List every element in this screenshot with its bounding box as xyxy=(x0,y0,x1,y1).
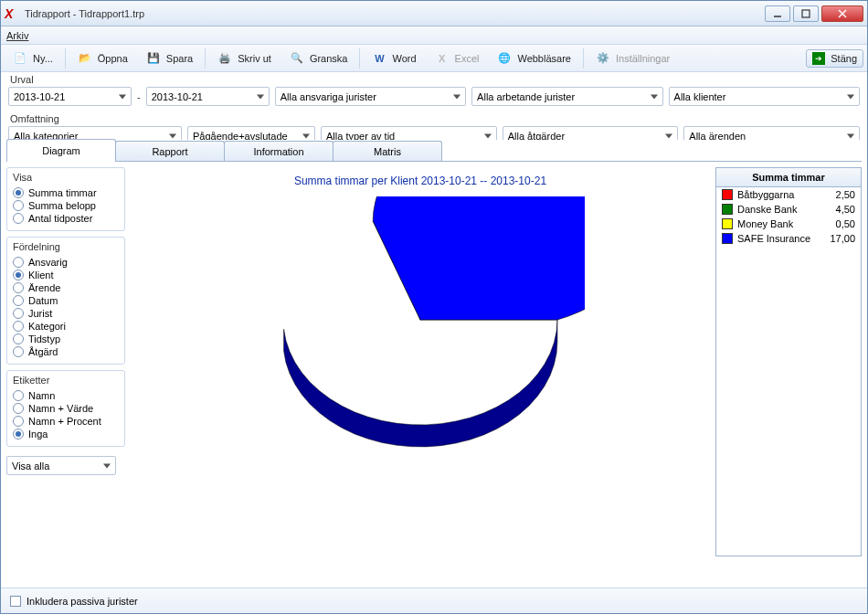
save-icon: 💾 xyxy=(146,51,161,66)
radio-jurist[interactable]: Jurist xyxy=(13,307,119,320)
new-button[interactable]: 📄Ny... xyxy=(5,48,61,69)
inkludera-checkbox[interactable] xyxy=(10,596,21,607)
radio-label: Namn xyxy=(28,390,55,401)
app-window: X Tidrapport - Tidrapport1.trp Arkiv 📄Ny… xyxy=(0,0,868,614)
legend-label: Money Bank xyxy=(737,218,793,229)
radio-namn-varde[interactable]: Namn + Värde xyxy=(13,402,119,415)
legend-value: 2,50 xyxy=(836,189,855,200)
radio-label: Tidstyp xyxy=(28,333,60,344)
legend-swatch xyxy=(722,233,733,244)
radio-antal-tidposter[interactable]: Antal tidposter xyxy=(13,212,119,225)
tab-bar: Diagram Rapport Information Matris xyxy=(6,140,862,162)
ansvariga-value: Alla ansvariga jurister xyxy=(281,91,376,102)
legend-row: Danske Bank 4,50 xyxy=(716,202,861,217)
minimize-button[interactable] xyxy=(765,5,790,22)
radio-arende[interactable]: Ärende xyxy=(13,281,119,294)
radio-ansvarig[interactable]: Ansvarig xyxy=(13,256,119,269)
klienter-value: Alla klienter xyxy=(674,91,726,102)
new-label: Ny... xyxy=(33,53,53,64)
word-button[interactable]: WWord xyxy=(364,48,424,69)
radio-kategori[interactable]: Kategori xyxy=(13,320,119,333)
browser-label: Webbläsare xyxy=(517,53,571,64)
window-close-button[interactable] xyxy=(821,5,863,22)
radio-label: Namn + Procent xyxy=(28,416,101,427)
legend-row: Båtbyggarna 2,50 xyxy=(716,187,861,202)
legend-swatch xyxy=(722,189,733,200)
settings-button[interactable]: ⚙️Inställningar xyxy=(587,48,678,69)
radio-summa-timmar[interactable]: Summa timmar xyxy=(13,186,119,199)
excel-label: Excel xyxy=(455,53,480,64)
klienter-combo[interactable]: Alla klienter xyxy=(669,87,860,106)
fordelning-group: Fördelning Ansvarig Klient Ärende Datum … xyxy=(6,237,125,365)
open-button[interactable]: 📂Öppna xyxy=(69,48,136,69)
date-to-picker[interactable]: 2013-10-21 xyxy=(146,87,270,106)
title-bar: X Tidrapport - Tidrapport1.trp xyxy=(1,1,867,26)
print-button[interactable]: 🖨️Skriv ut xyxy=(209,48,280,69)
arbetande-combo[interactable]: Alla arbetande jurister xyxy=(471,87,662,106)
menu-arkiv[interactable]: Arkiv xyxy=(6,30,28,41)
radio-label: Inga xyxy=(28,429,48,439)
radio-label: Ansvarig xyxy=(28,257,68,268)
visa-group: Visa Summa timmar Summa belopp Antal tid… xyxy=(6,167,125,231)
arbetande-value: Alla arbetande jurister xyxy=(477,91,575,102)
menu-bar: Arkiv xyxy=(1,26,867,45)
legend-panel: Summa timmar Båtbyggarna 2,50 Danske Ban… xyxy=(715,167,862,556)
radio-icon xyxy=(13,416,24,427)
separator xyxy=(583,48,584,69)
radio-inga[interactable]: Inga xyxy=(13,428,119,440)
ansvariga-combo[interactable]: Alla ansvariga jurister xyxy=(275,87,466,106)
left-panel: Visa Summa timmar Summa belopp Antal tid… xyxy=(6,167,125,556)
legend-value: 17,00 xyxy=(830,233,855,244)
radio-namn[interactable]: Namn xyxy=(13,389,119,402)
radio-icon xyxy=(13,213,24,224)
tab-diagram[interactable]: Diagram xyxy=(6,139,116,161)
excel-icon: X xyxy=(435,51,450,66)
radio-icon xyxy=(13,308,24,319)
radio-icon xyxy=(13,187,24,198)
date-separator: - xyxy=(137,91,141,102)
urval-row: 2013-10-21 - 2013-10-21 Alla ansvariga j… xyxy=(1,85,867,111)
radio-icon xyxy=(13,270,24,281)
tab-matris[interactable]: Matris xyxy=(333,141,442,161)
radio-tidstyp[interactable]: Tidstyp xyxy=(13,333,119,345)
preview-button[interactable]: 🔍Granska xyxy=(281,48,356,69)
visa-title: Visa xyxy=(13,172,119,183)
radio-summa-belopp[interactable]: Summa belopp xyxy=(13,199,119,212)
date-from-picker[interactable]: 2013-10-21 xyxy=(8,87,132,106)
radio-datum[interactable]: Datum xyxy=(13,294,119,307)
inkludera-label: Inkludera passiva jurister xyxy=(26,596,138,607)
legend-swatch xyxy=(722,218,733,229)
close-label: Stäng xyxy=(831,53,857,64)
radio-label: Summa belopp xyxy=(28,200,96,211)
preview-icon: 🔍 xyxy=(290,51,304,66)
radio-klient[interactable]: Klient xyxy=(13,269,119,281)
legend-row: SAFE Insurance 17,00 xyxy=(716,231,861,246)
browser-button[interactable]: 🌐Webbläsare xyxy=(489,48,579,69)
word-icon: W xyxy=(372,51,386,66)
preview-label: Granska xyxy=(310,53,348,64)
open-icon: 📂 xyxy=(78,51,92,66)
legend-value: 4,50 xyxy=(836,204,855,215)
legend-label: Danske Bank xyxy=(737,204,797,215)
tab-information[interactable]: Information xyxy=(224,141,333,161)
radio-label: Antal tidposter xyxy=(28,213,92,224)
excel-button[interactable]: XExcel xyxy=(427,48,488,69)
pie-chart xyxy=(256,196,585,461)
close-button[interactable]: ➔Stäng xyxy=(806,49,863,68)
radio-atgard[interactable]: Åtgärd xyxy=(13,345,119,358)
radio-namn-procent[interactable]: Namn + Procent xyxy=(13,415,119,428)
visa-alla-combo[interactable]: Visa alla xyxy=(6,456,116,475)
footer: Inkludera passiva jurister xyxy=(1,588,867,613)
radio-icon xyxy=(13,257,24,268)
radio-label: Kategori xyxy=(28,321,66,332)
legend-row: Money Bank 0,50 xyxy=(716,217,861,231)
chart-area: Summa timmar per Klient 2013-10-21 -- 20… xyxy=(131,167,710,556)
maximize-button[interactable] xyxy=(793,5,819,22)
print-label: Skriv ut xyxy=(238,53,271,64)
content-area: Diagram Rapport Information Matris Visa … xyxy=(1,140,867,586)
radio-icon xyxy=(13,333,24,344)
radio-label: Ärende xyxy=(28,282,60,293)
save-button[interactable]: 💾Spara xyxy=(138,48,201,69)
tab-rapport[interactable]: Rapport xyxy=(115,141,225,161)
legend-header: Summa timmar xyxy=(716,168,861,187)
